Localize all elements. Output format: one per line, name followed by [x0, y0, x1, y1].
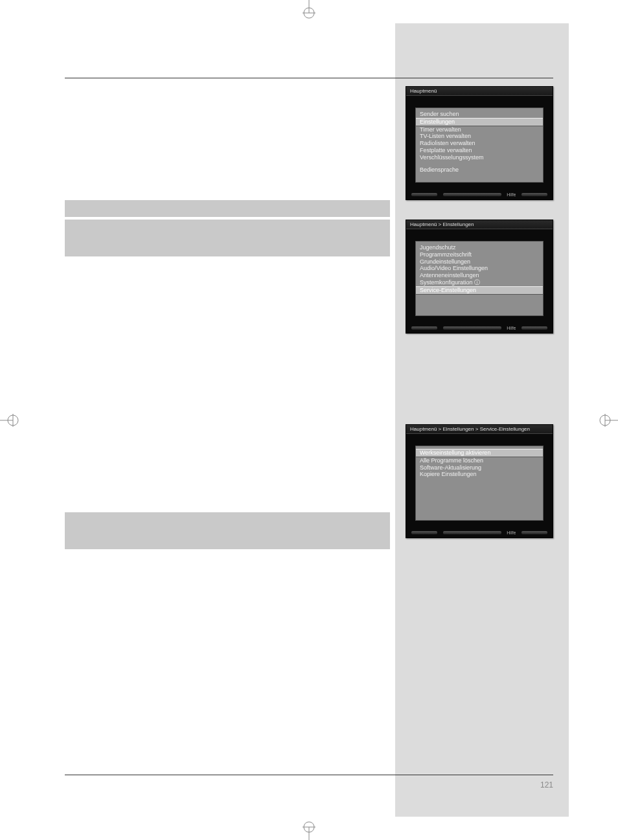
step-mark-alle-loeschen: > Markieren Sie mit Hilfe der Pfeiltaste…	[65, 680, 390, 692]
tv-screenshot-einstellungen: Hauptmenü > Einstellungen JugendschutzPr…	[406, 220, 553, 334]
tv-header: Hauptmenü > Einstellungen > Service-Eins…	[406, 425, 553, 434]
crop-mark-left-icon	[0, 407, 19, 433]
crop-mark-bottom-icon	[296, 821, 322, 840]
step-ja-nein-1: > Markieren Sie mit den Pfeiltasten link…	[65, 594, 390, 606]
intro-paragraph: Sie können jederzeit wieder zur Werksein…	[65, 118, 390, 191]
footer-pill-icon	[411, 193, 437, 196]
main-column: 11.6 Service-Einstellungen Sie können je…	[65, 86, 395, 786]
footer-rule	[65, 775, 553, 775]
tv-header: Hauptmenü > Einstellungen	[406, 220, 553, 229]
tv-footer: Hilfe	[406, 323, 553, 333]
help-label: Hilfe	[507, 326, 516, 330]
tv-menu-item: Festplatte verwalten	[420, 147, 539, 154]
tv-menu-item: Timer verwalten	[420, 126, 539, 133]
tv-menu-item: Sender suchen	[420, 111, 539, 118]
tv-menu-body: Sender suchenEinstellungenTimer verwalte…	[415, 108, 544, 183]
section-heading: 11.6 Service-Einstellungen	[65, 98, 390, 111]
tv-menu-item: Kopiere Einstellungen	[420, 471, 539, 478]
tv-menu-item: Systemkonfiguration ⓘ	[420, 279, 539, 286]
crop-mark-right-icon	[599, 407, 618, 433]
header-rule	[65, 78, 553, 78]
step-mark-service: > Markieren Sie nun die Menüzeile Servic…	[65, 301, 390, 326]
footer-pill-icon	[521, 193, 547, 196]
tv-menu-item: Einstellungen	[416, 118, 543, 126]
step-text: Rufen Sie mit der Taste Menü das Hauptme…	[84, 203, 273, 214]
tv-footer: Hilfe	[406, 527, 553, 538]
crop-mark-top-icon	[296, 0, 322, 19]
tv-menu-item: Grundeinstellungen	[420, 258, 539, 266]
section-number: 11.6	[65, 98, 95, 111]
after-step5: Es erscheint das Untermenü Service-Einst…	[65, 356, 390, 369]
step-ja-nein-2: > Markieren Sie mit den Pfeiltasten link…	[65, 744, 390, 756]
tv-screenshot-hauptmenu: Hauptmenü Sender suchenEinstellungenTime…	[406, 86, 553, 200]
step-text-line1: Wählen Sie die Zeile Einstellungen, inde…	[84, 225, 312, 235]
tv-menu-item: Antenneneinstellungen	[420, 272, 539, 279]
tv-menu-item: Jugendschutz	[420, 244, 539, 251]
sidebar-column: Hauptmenü Sender suchenEinstellungenTime…	[406, 86, 553, 786]
step-bullet: >	[70, 225, 79, 248]
footer-pill-icon	[443, 531, 501, 534]
step-confirm-ok-2: > Bestätigen Sie mit OK.	[65, 335, 390, 347]
tv-menu-body: Werkseinstellung aktivierenAlle Programm…	[415, 446, 544, 521]
step-mark-werkseinstellung: > Markieren Sie mit Hilfe der Pfeiltaste…	[65, 512, 390, 549]
after-step3: Es erscheint das Untermenü Einstellungen…	[65, 280, 390, 292]
step-text-line2: der Pfeiltasten auf/ab markieren.	[84, 237, 206, 247]
tv-menu-item: Service-Einstellungen	[416, 286, 543, 295]
tv-menu-item: Radiolisten verwalten	[420, 140, 539, 147]
after-step7: Es erscheint die Meldung „Werkseinstellu…	[65, 573, 390, 585]
page-title: Einstellungen	[65, 47, 553, 62]
step-select-einstellungen: > Wählen Sie die Zeile Einstellungen, in…	[65, 220, 390, 256]
tv-header: Hauptmenü	[406, 87, 553, 96]
tv-menu-item: Software-Aktualisierung	[420, 464, 539, 471]
tv-screenshot-service: Hauptmenü > Einstellungen > Service-Eins…	[406, 424, 553, 538]
tv-menu-item: Programmzeitschrift	[420, 251, 539, 258]
tv-menu-body: JugendschutzProgrammzeitschriftGrundeins…	[415, 241, 544, 316]
help-label: Hilfe	[507, 192, 516, 197]
after-step11: Es erscheint die Meldung „Wirklich alle …	[65, 723, 390, 735]
tv-menu-item: Alle Programme löschen	[420, 457, 539, 464]
tv-menu-item: Bediensprache	[420, 166, 539, 174]
sub1-text: Nach Aufruf dieser Funktion wird wieder …	[65, 467, 390, 504]
tv-footer: Hilfe	[406, 189, 553, 199]
subheading-werkseinstellung: 11.6.1 Werkseinstellung aktivieren	[65, 450, 390, 462]
step-confirm-ok-5: > Bestätigen Sie mit OK.	[65, 701, 390, 714]
footer-pill-icon	[443, 326, 501, 330]
footer-pill-icon	[521, 531, 547, 534]
step-open-menu: > Rufen Sie mit der Taste Menü das Haupt…	[65, 200, 390, 217]
tv-menu-item: Audio/Video Einstellungen	[420, 265, 539, 272]
footer-pill-icon	[443, 193, 501, 196]
tv-menu-item: Verschlüsselungssystem	[420, 154, 539, 161]
footer-pill-icon	[411, 531, 437, 534]
section-title: Service-Einstellungen	[98, 98, 220, 111]
tv-menu-item: TV-Listen verwalten	[420, 133, 539, 140]
page-number: 121	[540, 780, 553, 789]
footer-pill-icon	[521, 326, 547, 330]
tv-menu-item: Werkseinstellung aktivieren	[416, 449, 543, 457]
step-confirm-ok-3: > Bestätigen Sie mit OK.	[65, 552, 390, 564]
subheading-alle-loeschen: 11.6.2 Alle Programme löschen	[65, 642, 390, 653]
step-confirm-ok-1: > Bestätigen Sie mit OK.	[65, 259, 390, 271]
sub2-text: Durch diese Funktion werden die Programm…	[65, 659, 390, 671]
help-label: Hilfe	[507, 530, 516, 535]
footer-pill-icon	[411, 326, 437, 330]
step-bullet: >	[70, 203, 79, 214]
step-confirm-ok-6: > Bestätigen Sie die Eingabe mit OK.	[65, 765, 390, 777]
step-confirm-ok-4: > Bestätigen Sie die Eingabe mit OK.	[65, 615, 390, 628]
